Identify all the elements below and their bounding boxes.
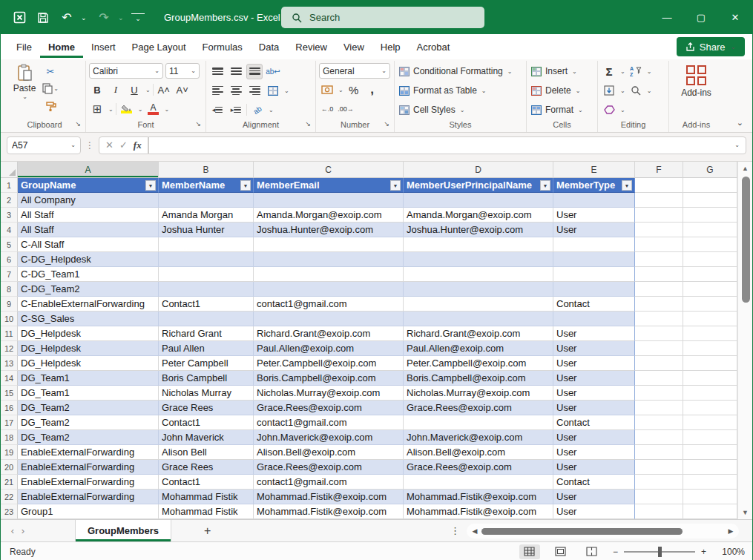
cell-c15[interactable]: Nicholas.Murray@exoip.com — [254, 386, 404, 401]
vertical-scroll-thumb[interactable] — [742, 177, 750, 303]
filter-dropdown-icon[interactable]: ▼ — [240, 180, 251, 191]
cell-c2[interactable] — [254, 193, 404, 208]
cell-e20[interactable]: User — [553, 460, 635, 475]
align-bottom-icon[interactable] — [246, 64, 263, 79]
cell-a14[interactable]: DG_Team1 — [18, 371, 159, 386]
cell-f15[interactable] — [635, 386, 683, 401]
row-number[interactable]: 22 — [1, 490, 18, 504]
cell-g17[interactable] — [683, 415, 737, 430]
formula-bar-expand-icon[interactable]: ⌄ — [734, 142, 740, 148]
cell-g16[interactable] — [683, 401, 737, 415]
cell-g8[interactable] — [683, 282, 737, 297]
font-color-icon[interactable]: A — [145, 102, 161, 117]
cell-e9[interactable]: Contact — [553, 297, 635, 312]
format-as-table-button[interactable]: Format as Table⌄ — [398, 82, 513, 99]
cell-e12[interactable]: User — [553, 341, 635, 356]
cell-c21[interactable]: contact1@gmail.com — [254, 475, 404, 490]
cell-e11[interactable]: User — [553, 326, 635, 341]
cell-a1[interactable]: GroupName▼ — [18, 178, 159, 193]
cell-b8[interactable] — [159, 282, 254, 297]
underline-button[interactable]: U — [126, 82, 142, 98]
cell-e17[interactable]: Contact — [553, 415, 635, 430]
row-number[interactable]: 6 — [1, 252, 18, 267]
increase-indent-icon[interactable]: ▸ — [228, 102, 244, 118]
cell-d7[interactable] — [404, 267, 553, 282]
orientation-icon[interactable]: ab — [246, 99, 269, 121]
cell-f14[interactable] — [635, 371, 683, 386]
row-number[interactable]: 21 — [1, 475, 18, 490]
cell-c22[interactable]: Mohammad.Fistik@exoip.com — [254, 490, 404, 504]
cell-f22[interactable] — [635, 490, 683, 504]
cell-d10[interactable] — [404, 312, 553, 326]
cell-g13[interactable] — [683, 356, 737, 371]
cell-f12[interactable] — [635, 341, 683, 356]
column-header-b[interactable]: B — [159, 162, 254, 178]
filter-dropdown-icon[interactable]: ▼ — [622, 180, 632, 191]
undo-button[interactable]: ↶ — [57, 8, 76, 27]
cell-e13[interactable]: User — [553, 356, 635, 371]
insert-cells-button[interactable]: Insert⌄ — [530, 62, 585, 80]
formula-input[interactable]: ⌄ — [148, 136, 746, 154]
zoom-level[interactable]: 100% — [717, 547, 745, 557]
cell-b18[interactable]: John Maverick — [159, 430, 254, 445]
cell-c19[interactable]: Alison.Bell@exoip.com — [254, 445, 404, 460]
cell-b7[interactable] — [159, 267, 254, 282]
align-left-icon[interactable] — [209, 83, 226, 99]
row-number[interactable]: 23 — [1, 504, 18, 519]
fill-icon[interactable] — [601, 83, 617, 99]
cell-g7[interactable] — [683, 267, 737, 282]
align-middle-icon[interactable] — [228, 64, 244, 79]
cell-a5[interactable]: C-All Staff — [18, 237, 159, 252]
cell-e6[interactable] — [553, 252, 635, 267]
cell-c9[interactable]: contact1@gmail.com — [254, 297, 404, 312]
filter-dropdown-icon[interactable]: ▼ — [390, 180, 401, 191]
filter-dropdown-icon[interactable]: ▼ — [145, 180, 156, 191]
cell-d15[interactable]: Nicholas.Murray@exoip.com — [404, 386, 553, 401]
tab-review[interactable]: Review — [287, 36, 335, 58]
format-cells-button[interactable]: Format⌄ — [530, 101, 585, 119]
cell-d19[interactable]: Alison.Bell@exoip.com — [404, 445, 553, 460]
cell-e8[interactable] — [553, 282, 635, 297]
cell-e16[interactable]: User — [553, 401, 635, 415]
decrease-font-icon[interactable]: A˅ — [174, 82, 191, 98]
scroll-up-icon[interactable]: ▲ — [738, 162, 752, 175]
cell-styles-button[interactable]: Cell Styles⌄ — [398, 101, 513, 119]
row-number[interactable]: 12 — [1, 341, 18, 356]
tab-acrobat[interactable]: Acrobat — [409, 36, 458, 58]
cell-f23[interactable] — [635, 504, 683, 519]
cell-c12[interactable]: Paul.Allen@exoip.com — [254, 341, 404, 356]
cell-b14[interactable]: Boris Campbell — [159, 371, 254, 386]
cell-g12[interactable] — [683, 341, 737, 356]
cell-a3[interactable]: All Staff — [18, 208, 159, 223]
align-top-icon[interactable] — [209, 64, 226, 79]
borders-icon[interactable]: ⊞ — [89, 102, 105, 117]
cell-b10[interactable] — [159, 312, 254, 326]
cell-d4[interactable]: Joshua.Hunter@exoip.com — [404, 223, 553, 237]
cell-e5[interactable] — [553, 237, 635, 252]
cell-a13[interactable]: DG_Helpdesk — [18, 356, 159, 371]
enter-icon[interactable]: ✓ — [119, 139, 128, 151]
column-header-g[interactable]: G — [683, 162, 737, 178]
cell-c1[interactable]: MemberEmail▼ — [254, 178, 404, 193]
cell-g9[interactable] — [683, 297, 737, 312]
cell-e2[interactable] — [553, 193, 635, 208]
select-all-corner[interactable] — [1, 162, 18, 178]
align-center-icon[interactable] — [228, 83, 244, 99]
cell-b5[interactable] — [159, 237, 254, 252]
decrease-indent-icon[interactable]: ◂ — [209, 102, 226, 118]
cell-e18[interactable]: User — [553, 430, 635, 445]
cell-d20[interactable]: Grace.Rees@exoip.com — [404, 460, 553, 475]
row-number[interactable]: 19 — [1, 445, 18, 460]
row-number[interactable]: 7 — [1, 267, 18, 282]
row-number[interactable]: 5 — [1, 237, 18, 252]
copy-icon[interactable]: ⌄ — [42, 81, 59, 96]
maximize-button[interactable]: ▢ — [684, 1, 718, 34]
cell-d9[interactable] — [404, 297, 553, 312]
find-select-icon[interactable] — [628, 83, 644, 99]
cell-d14[interactable]: Boris.Campbell@exoip.com — [404, 371, 553, 386]
cell-e21[interactable]: Contact — [553, 475, 635, 490]
cell-a4[interactable]: All Staff — [18, 223, 159, 237]
cell-e15[interactable]: User — [553, 386, 635, 401]
cell-a15[interactable]: DG_Team1 — [18, 386, 159, 401]
cell-e1[interactable]: MemberType▼ — [553, 178, 635, 193]
